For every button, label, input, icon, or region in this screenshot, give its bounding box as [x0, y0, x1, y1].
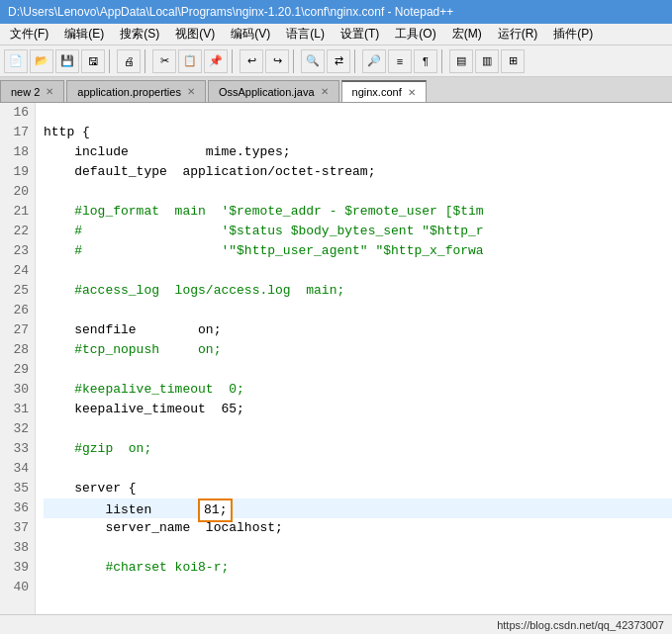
- linenum-31: 31: [6, 400, 29, 419]
- tab-new2-close[interactable]: ✕: [46, 86, 53, 97]
- toolbar-cut[interactable]: ✂: [152, 49, 176, 73]
- toolbar-replace[interactable]: ⇄: [327, 49, 350, 73]
- toolbar-b3[interactable]: ▤: [449, 49, 473, 73]
- toolbar-b4[interactable]: ▥: [475, 49, 499, 73]
- menu-bar: 文件(F) 编辑(E) 搜索(S) 视图(V) 编码(V) 语言(L) 设置(T…: [0, 24, 672, 45]
- toolbar-redo[interactable]: ↪: [265, 49, 289, 73]
- linenum-34: 34: [6, 459, 29, 479]
- tab-ossjava[interactable]: OssApplication.java ✕: [208, 80, 339, 102]
- code-line-39: #charset koi8-r;: [44, 558, 672, 578]
- code-line-38: [44, 538, 672, 558]
- tab-nginxconf-close[interactable]: ✕: [408, 87, 416, 98]
- menu-tools[interactable]: 工具(O): [389, 24, 441, 45]
- code-line-31: keepalive_timeout 65;: [44, 400, 672, 419]
- linenum-21: 21: [6, 202, 29, 222]
- toolbar-sep6: [441, 49, 445, 73]
- toolbar-sep5: [354, 49, 358, 73]
- linenum-23: 23: [6, 241, 29, 261]
- code-line-21: #log_format main '$remote_addr - $remote…: [44, 202, 672, 222]
- linenum-27: 27: [6, 320, 29, 340]
- code-line-28: #tcp_nopush on;: [44, 340, 672, 360]
- toolbar-paste[interactable]: 📌: [204, 49, 228, 73]
- toolbar-saveall[interactable]: 🖫: [81, 49, 105, 73]
- tab-new2-label: new 2: [11, 86, 40, 98]
- code-line-35: server {: [44, 479, 672, 498]
- menu-macro[interactable]: 宏(M): [446, 24, 488, 45]
- linenum-39: 39: [6, 558, 29, 578]
- menu-edit[interactable]: 编辑(E): [58, 24, 110, 45]
- code-line-24: [44, 261, 672, 281]
- toolbar-b1[interactable]: ≡: [388, 49, 412, 73]
- code-line-37: server_name localhost;: [44, 518, 672, 538]
- linenum-38: 38: [6, 538, 29, 558]
- menu-encode[interactable]: 编码(V): [225, 24, 276, 45]
- linenum-22: 22: [6, 222, 29, 241]
- status-bar: https://blog.csdn.net/qq_42373007: [0, 614, 672, 634]
- code-line-36: listen 81;: [44, 498, 672, 518]
- toolbar-sep1: [109, 49, 113, 73]
- linenum-26: 26: [6, 301, 29, 320]
- linenum-33: 33: [6, 439, 29, 459]
- status-right: https://blog.csdn.net/qq_42373007: [497, 619, 664, 631]
- menu-language[interactable]: 语言(L): [280, 24, 331, 45]
- toolbar-open[interactable]: 📂: [30, 49, 53, 73]
- code-content[interactable]: http { include mime.types; default_type …: [36, 103, 672, 614]
- linenum-18: 18: [6, 142, 29, 162]
- title-text: D:\Users\Lenovo\AppData\Local\Programs\n…: [8, 5, 453, 19]
- code-line-19: default_type application/octet-stream;: [44, 162, 672, 182]
- linenum-37: 37: [6, 518, 29, 538]
- linenum-24: 24: [6, 261, 29, 281]
- code-line-40: [44, 578, 672, 597]
- code-line-16: [44, 103, 672, 123]
- linenum-28: 28: [6, 340, 29, 360]
- linenum-25: 25: [6, 281, 29, 301]
- tab-nginxconf[interactable]: nginx.conf ✕: [341, 80, 427, 102]
- tab-appprops-close[interactable]: ✕: [187, 86, 195, 97]
- menu-plugins[interactable]: 插件(P): [547, 24, 599, 45]
- toolbar-undo[interactable]: ↩: [240, 49, 263, 73]
- toolbar-b5[interactable]: ⊞: [501, 49, 525, 73]
- linenum-36: 36: [6, 498, 29, 518]
- code-line-26: [44, 301, 672, 320]
- toolbar-copy[interactable]: 📋: [178, 49, 202, 73]
- tab-appprops-label: application.properties: [77, 86, 181, 98]
- linenum-35: 35: [6, 479, 29, 498]
- toolbar-zoomin[interactable]: 🔎: [362, 49, 386, 73]
- code-line-17: http {: [44, 123, 672, 142]
- menu-view[interactable]: 视图(V): [169, 24, 221, 45]
- code-line-33: #gzip on;: [44, 439, 672, 459]
- line-numbers: 16 17 18 19 20 21 22 23 24 25 26 27 28 2…: [0, 103, 36, 614]
- toolbar-b2[interactable]: ¶: [414, 49, 437, 73]
- menu-run[interactable]: 运行(R): [492, 24, 544, 45]
- tab-ossjava-close[interactable]: ✕: [321, 86, 329, 97]
- code-line-23: # '"$http_user_agent" "$http_x_forwa: [44, 241, 672, 261]
- linenum-16: 16: [6, 103, 29, 123]
- linenum-30: 30: [6, 380, 29, 400]
- tab-new2[interactable]: new 2 ✕: [0, 80, 64, 102]
- tab-bar: new 2 ✕ application.properties ✕ OssAppl…: [0, 77, 672, 103]
- editor: 16 17 18 19 20 21 22 23 24 25 26 27 28 2…: [0, 103, 672, 614]
- toolbar-find[interactable]: 🔍: [301, 49, 325, 73]
- menu-file[interactable]: 文件(F): [4, 24, 54, 45]
- menu-settings[interactable]: 设置(T): [335, 24, 385, 45]
- toolbar-print[interactable]: 🖨: [117, 49, 141, 73]
- code-line-30: #keepalive_timeout 0;: [44, 380, 672, 400]
- toolbar-new[interactable]: 📄: [4, 49, 28, 73]
- code-line-18: include mime.types;: [44, 142, 672, 162]
- code-line-22: # '$status $body_bytes_sent "$http_r: [44, 222, 672, 241]
- tab-ossjava-label: OssApplication.java: [219, 86, 315, 98]
- tab-appprops[interactable]: application.properties ✕: [66, 80, 206, 102]
- tab-nginxconf-label: nginx.conf: [352, 86, 402, 98]
- code-line-20: [44, 182, 672, 202]
- linenum-19: 19: [6, 162, 29, 182]
- toolbar-sep3: [232, 49, 236, 73]
- toolbar-sep4: [293, 49, 297, 73]
- toolbar-sep2: [144, 49, 148, 73]
- menu-search[interactable]: 搜索(S): [114, 24, 165, 45]
- toolbar: 📄 📂 💾 🖫 🖨 ✂ 📋 📌 ↩ ↪ 🔍 ⇄ 🔎 ≡ ¶ ▤ ▥ ⊞: [0, 45, 672, 77]
- linenum-29: 29: [6, 360, 29, 380]
- code-line-32: [44, 419, 672, 439]
- code-line-29: [44, 360, 672, 380]
- linenum-20: 20: [6, 182, 29, 202]
- toolbar-save[interactable]: 💾: [55, 49, 79, 73]
